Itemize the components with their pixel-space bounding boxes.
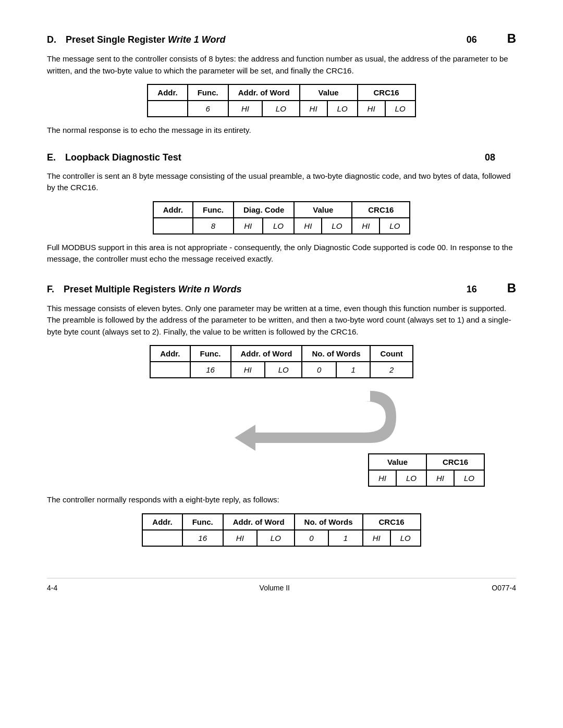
col-addr-word: Addr. of Word bbox=[223, 514, 295, 530]
cell-lo2: LO bbox=[454, 470, 484, 486]
cell-hi2: HI bbox=[294, 218, 322, 234]
cell-2: 2 bbox=[370, 362, 412, 378]
col-crc16: CRC16 bbox=[352, 202, 410, 218]
section-e-para1: The controller is sent an 8 byte message… bbox=[47, 170, 516, 194]
cell-hi1: HI bbox=[234, 218, 263, 234]
section-f-code: 16 bbox=[467, 284, 477, 295]
section-e-letter: E. bbox=[47, 152, 56, 163]
section-f-table1: Addr. Func. Addr. of Word No. of Words C… bbox=[150, 345, 413, 378]
cell-0: 0 bbox=[295, 530, 329, 546]
col-no-words: No. of Words bbox=[302, 346, 370, 362]
table-row: 8 HI LO HI LO HI LO bbox=[153, 218, 410, 234]
cell-0: 0 bbox=[302, 362, 336, 378]
col-crc16: CRC16 bbox=[363, 514, 421, 530]
section-f-letter: F. bbox=[47, 284, 54, 295]
section-d-title-italic: Write 1 Word bbox=[168, 34, 225, 45]
section-e-table-wrap: Addr. Func. Diag. Code Value CRC16 8 HI … bbox=[47, 201, 516, 235]
section-f-table3-wrap: Addr. Func. Addr. of Word No. of Words C… bbox=[47, 513, 516, 547]
col-func: Func. bbox=[182, 514, 223, 530]
cell-func: 6 bbox=[188, 101, 228, 117]
section-e-heading: E. Loopback Diagnostic Test 08 bbox=[47, 152, 516, 163]
table-row: HI LO HI LO bbox=[369, 470, 484, 486]
section-e: E. Loopback Diagnostic Test 08 The contr… bbox=[47, 152, 516, 265]
col-addr: Addr. bbox=[148, 84, 187, 101]
cell-hi1: HI bbox=[228, 101, 262, 117]
cell-addr bbox=[142, 530, 182, 546]
cell-1: 1 bbox=[328, 530, 363, 546]
cell-lo2: LO bbox=[322, 218, 352, 234]
cell-hi3: HI bbox=[358, 101, 385, 117]
cell-addr bbox=[150, 362, 190, 378]
cell-lo1: LO bbox=[265, 362, 302, 378]
cell-hi2: HI bbox=[300, 101, 327, 117]
col-addr: Addr. bbox=[153, 202, 193, 218]
col-addr-word: Addr. of Word bbox=[228, 84, 300, 101]
col-crc16: CRC16 bbox=[358, 84, 415, 101]
section-d-code: 06 bbox=[467, 34, 477, 45]
section-f-heading: F. Preset Multiple Registers Write n Wor… bbox=[47, 281, 516, 295]
col-value: Value bbox=[294, 202, 352, 218]
arrow-area bbox=[47, 386, 516, 453]
section-e-para2: Full MODBUS support in this area is not … bbox=[47, 242, 516, 265]
arrow-svg-path bbox=[235, 391, 396, 451]
section-e-table: Addr. Func. Diag. Code Value CRC16 8 HI … bbox=[153, 201, 411, 235]
col-crc16: CRC16 bbox=[426, 454, 484, 470]
continuation-arrow bbox=[151, 386, 412, 453]
cell-func: 16 bbox=[182, 530, 223, 546]
footer-page: 4-4 bbox=[47, 584, 57, 592]
col-addr-word: Addr. of Word bbox=[231, 346, 302, 362]
section-f-table2-wrap: Value CRC16 HI LO HI LO bbox=[47, 453, 485, 487]
col-diag-code: Diag. Code bbox=[234, 202, 294, 218]
section-f-table2: Value CRC16 HI LO HI LO bbox=[368, 453, 485, 487]
section-f-title: Preset Multiple Registers Write n Words bbox=[64, 284, 241, 295]
section-f-title-plain: Preset Multiple Registers bbox=[64, 284, 178, 294]
cell-addr bbox=[153, 218, 193, 234]
cell-lo3: LO bbox=[380, 218, 410, 234]
section-f-table1-wrap: Addr. Func. Addr. of Word No. of Words C… bbox=[47, 345, 516, 378]
cell-lo1: LO bbox=[263, 218, 295, 234]
cell-lo1: LO bbox=[396, 470, 426, 486]
section-d-table: Addr. Func. Addr. of Word Value CRC16 6 … bbox=[147, 84, 415, 117]
section-f: F. Preset Multiple Registers Write n Wor… bbox=[47, 281, 516, 547]
cell-hi1: HI bbox=[223, 530, 257, 546]
section-e-title: Loopback Diagnostic Test bbox=[65, 152, 181, 163]
section-f-para1: This message consists of eleven bytes. O… bbox=[47, 303, 516, 338]
cell-hi1: HI bbox=[369, 470, 396, 486]
cell-func: 16 bbox=[190, 362, 231, 378]
col-value: Value bbox=[369, 454, 426, 470]
col-count: Count bbox=[370, 346, 412, 362]
section-d-letter: D. bbox=[47, 34, 56, 45]
cell-func: 8 bbox=[193, 218, 234, 234]
section-d: D. Preset Single Register Write 1 Word 0… bbox=[47, 31, 516, 137]
section-d-table-wrap: Addr. Func. Addr. of Word Value CRC16 6 … bbox=[47, 84, 516, 117]
footer-volume: Volume II bbox=[260, 584, 290, 592]
cell-lo1: LO bbox=[257, 530, 295, 546]
col-no-words: No. of Words bbox=[295, 514, 363, 530]
cell-lo2: LO bbox=[327, 101, 358, 117]
section-d-title: Preset Single Register Write 1 Word bbox=[66, 34, 225, 45]
section-d-para1: The message sent to the controller consi… bbox=[47, 53, 516, 77]
table-row: 16 HI LO 0 1 2 bbox=[150, 362, 413, 378]
section-f-title-italic: Write n Words bbox=[178, 284, 241, 294]
col-value: Value bbox=[300, 84, 358, 101]
col-addr: Addr. bbox=[142, 514, 182, 530]
section-f-table3: Addr. Func. Addr. of Word No. of Words C… bbox=[142, 513, 421, 547]
cell-hi2: HI bbox=[426, 470, 454, 486]
col-addr: Addr. bbox=[150, 346, 190, 362]
footer: 4-4 Volume II O077-4 bbox=[47, 578, 516, 592]
cell-hi3: HI bbox=[352, 218, 380, 234]
section-f-para2: The controller normally responds with a … bbox=[47, 494, 516, 506]
cell-hi1: HI bbox=[231, 362, 265, 378]
section-e-code: 08 bbox=[485, 152, 495, 163]
col-func: Func. bbox=[193, 202, 234, 218]
section-d-title-plain: Preset Single Register bbox=[66, 34, 168, 45]
section-d-para2: The normal response is to echo the messa… bbox=[47, 125, 516, 137]
cell-lo2: LO bbox=[390, 530, 421, 546]
section-f-b: B bbox=[507, 281, 516, 295]
cell-lo1: LO bbox=[262, 101, 300, 117]
section-d-heading: D. Preset Single Register Write 1 Word 0… bbox=[47, 31, 516, 46]
cell-1: 1 bbox=[336, 362, 371, 378]
table-row: 16 HI LO 0 1 HI LO bbox=[142, 530, 420, 546]
cell-hi2: HI bbox=[363, 530, 390, 546]
cell-lo3: LO bbox=[385, 101, 415, 117]
